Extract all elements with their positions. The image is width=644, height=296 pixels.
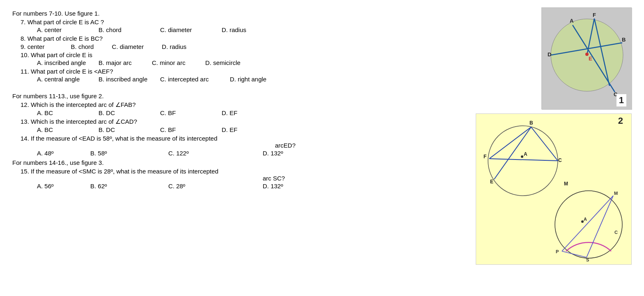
q12-optC: C. BF [160, 109, 209, 116]
q14-text: 14. If the measure of <EAD is 58º, what … [21, 135, 451, 149]
q7-optA: A. center [37, 26, 86, 33]
q14-num: 14. [21, 135, 31, 142]
svg-text:A: A [570, 18, 574, 24]
q10-num: 10. [21, 51, 31, 58]
svg-text:M: M [614, 191, 618, 196]
q7-optC: C. diameter [160, 26, 209, 33]
q12-optA: A. BC [37, 109, 86, 116]
question-13: 13. Which is the intercepted arc of ∠CAD… [21, 118, 451, 133]
q15-suffix: arc SC? [263, 175, 285, 182]
q12-options: A. BC B. DC C. BF D. EF [37, 109, 451, 116]
q12-num: 12. [21, 101, 31, 108]
q10-optA: A. inscribed angle [37, 59, 86, 66]
q13-optB: B. DC [99, 126, 148, 133]
q8-num: 8. [21, 35, 28, 42]
svg-text:E: E [589, 56, 592, 62]
figure23-container: 2 A B C E [476, 113, 632, 265]
q8-body: What part of circle E is BC? [28, 35, 103, 42]
figure1-container: A F B C D E 1 [541, 7, 632, 109]
q14-optD: D. 132º [263, 150, 312, 157]
svg-text:P: P [556, 249, 559, 254]
svg-text:A: A [524, 151, 527, 157]
q15-optB: B. 62º [90, 183, 156, 190]
svg-text:B: B [529, 120, 533, 126]
svg-line-28 [562, 251, 587, 257]
q13-body: Which is the intercepted arc of ∠CAD? [31, 118, 137, 125]
question-9-optline: 9. center B. chord C. diameter D. radius [21, 43, 451, 50]
q10-options: A. inscribed angle B. major arc C. minor… [37, 59, 451, 66]
svg-line-16 [489, 159, 558, 161]
figure1-label: 1 [616, 94, 626, 106]
q11-text: 11. What part of circle E is <AEF? [21, 68, 451, 75]
q7-body: What part of circle E is AC ? [28, 18, 104, 25]
q11-optB: B. inscribed angle [99, 76, 148, 83]
figures23-svg: A B C E F M [478, 116, 634, 261]
q9-text: 9. center B. chord C. diameter D. radius [21, 43, 451, 50]
svg-text:C: C [558, 157, 562, 163]
q10-optD: D. semicircle [205, 59, 254, 66]
q10-optC: C. minor arc [152, 59, 193, 66]
svg-text:D: D [548, 51, 551, 58]
q14-optA: A. 48º [37, 150, 78, 157]
q9-body: center [28, 43, 45, 50]
q11-optA: A. central angle [37, 76, 86, 83]
page: For numbers 7-10. Use figure 1. 7. What … [0, 0, 644, 296]
question-8: 8. What part of circle E is BC? [21, 35, 451, 42]
q7-options: A. center B. chord C. diameter D. radius [37, 26, 451, 33]
q11-optC: C. intercepted arc [160, 76, 218, 83]
question-14: 14. If the measure of <EAD is 58º, what … [21, 135, 451, 157]
q15-text: 15. If the measure of <SMC is 28º, what … [21, 168, 451, 182]
q11-body: What part of circle E is <AEF? [31, 68, 113, 75]
svg-text:M: M [564, 181, 568, 187]
section3-header: For numbers 14-16., use figure 3. [12, 159, 451, 166]
svg-point-11 [585, 53, 589, 56]
svg-text:F: F [484, 154, 486, 160]
q7-optB: B. chord [99, 26, 148, 33]
q7-text: 7. What part of circle E is AC ? [21, 18, 451, 25]
question-10: 10. What part of circle E is A. inscribe… [21, 51, 451, 66]
q13-optC: C. BF [160, 126, 209, 133]
section1-header: For numbers 7-10. Use figure 1. [12, 10, 451, 17]
q14-options: A. 48º B. 58º C. 122º D. 132º [37, 150, 451, 157]
question-12: 12. Which is the intercepted arc of ∠FAB… [21, 101, 451, 116]
q9-optB: B. chord [71, 43, 94, 50]
q12-optD: D. EF [222, 109, 271, 116]
svg-text:B: B [622, 37, 626, 43]
q15-options: A. 56º B. 62º C. 28º D. 132º [37, 183, 451, 190]
svg-text:E: E [490, 179, 493, 185]
figure2-label: 2 [618, 116, 623, 126]
question-7: 7. What part of circle E is AC ? A. cent… [21, 18, 451, 33]
q14-optB: B. 58º [90, 150, 156, 157]
q13-optA: A. BC [37, 126, 86, 133]
q15-optC: C. 28º [168, 183, 250, 190]
q7-num: 7. [21, 18, 28, 25]
svg-point-18 [521, 155, 523, 158]
q12-body: Which is the intercepted arc of ∠FAB? [31, 101, 136, 108]
q13-text: 13. Which is the intercepted arc of ∠CAD… [21, 118, 451, 125]
svg-text:A: A [584, 217, 587, 222]
q12-text: 12. Which is the intercepted arc of ∠FAB… [21, 101, 451, 109]
svg-text:S: S [586, 257, 589, 261]
q14-suffix: arcED? [275, 142, 296, 149]
q15-num: 15. [21, 168, 31, 175]
q12-optB: B. DC [99, 109, 148, 116]
q14-body: If the measure of <EAD is 58º, what is t… [31, 135, 217, 142]
q15-optD: D. 132º [263, 183, 312, 190]
svg-line-27 [587, 196, 613, 257]
q11-optD: D. right angle [230, 76, 279, 83]
q10-text: 10. What part of circle E is [21, 51, 451, 58]
q13-num: 13. [21, 118, 31, 125]
right-content: A F B C D E 1 2 [459, 7, 632, 289]
svg-text:C: C [614, 230, 618, 235]
q9-optD: D. radius [162, 43, 186, 50]
q15-optA: A. 56º [37, 183, 78, 190]
q11-num: 11. [21, 68, 31, 75]
q13-optD: D. EF [222, 126, 271, 133]
q14-optC: C. 122º [168, 150, 250, 157]
question-11: 11. What part of circle E is <AEF? A. ce… [21, 68, 451, 83]
q8-text: 8. What part of circle E is BC? [21, 35, 451, 42]
question-15: 15. If the measure of <SMC is 28º, what … [21, 168, 451, 190]
section2-header: For numbers 11-13., use figure 2. [12, 92, 451, 99]
q11-options: A. central angle B. inscribed angle C. i… [37, 76, 451, 83]
q10-body: What part of circle E is [31, 51, 92, 58]
